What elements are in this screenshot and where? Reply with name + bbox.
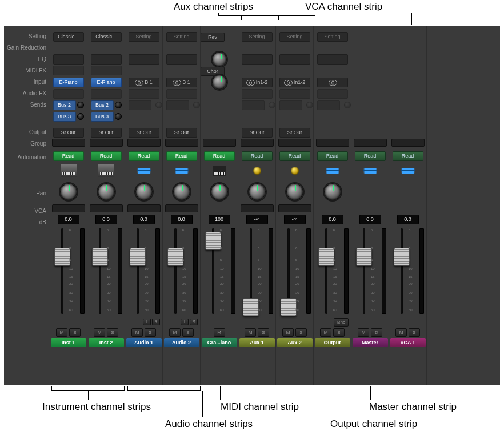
fader-cap[interactable]: [205, 232, 221, 250]
fader-track[interactable]: [401, 228, 403, 314]
track-icon[interactable]: [98, 164, 114, 177]
db-readout[interactable]: 0.0: [322, 215, 343, 224]
vca-slot[interactable]: [127, 204, 161, 212]
group-slot[interactable]: [316, 139, 349, 147]
fader-track[interactable]: [363, 228, 365, 314]
fader-cap[interactable]: [167, 248, 183, 266]
fader-cap[interactable]: [394, 248, 410, 266]
plugin-slot-rev[interactable]: Rev: [201, 33, 225, 42]
solo-button[interactable]: S: [182, 328, 194, 337]
dim-button[interactable]: D: [371, 328, 382, 337]
solo-button[interactable]: S: [333, 328, 345, 337]
db-readout[interactable]: 0.0: [397, 215, 419, 224]
input-monitor-button[interactable]: I: [143, 319, 151, 325]
pan-knob[interactable]: [286, 183, 303, 200]
track-icon[interactable]: [136, 164, 152, 177]
send-slot-empty[interactable]: [279, 100, 302, 110]
eq-thumbnail[interactable]: [53, 54, 84, 65]
fader-cap[interactable]: [318, 248, 334, 266]
send-level-knob[interactable]: [306, 102, 313, 108]
audio-fx-slot[interactable]: [91, 89, 122, 99]
eq-thumbnail[interactable]: [129, 54, 159, 65]
track-icon[interactable]: [287, 164, 303, 177]
input-slot[interactable]: E-Piano: [53, 78, 84, 87]
channel-name[interactable]: Inst 2: [89, 338, 124, 347]
pan-knob[interactable]: [173, 183, 190, 200]
eq-thumbnail[interactable]: [91, 54, 122, 65]
send-slot-empty[interactable]: [129, 100, 151, 110]
send-level-knob[interactable]: [115, 113, 122, 120]
output-slot[interactable]: St Out: [166, 128, 197, 138]
automation-mode[interactable]: Read: [317, 151, 348, 161]
fader-track[interactable]: [137, 228, 139, 314]
output-slot[interactable]: St Out: [129, 128, 159, 138]
send-level-knob[interactable]: [155, 102, 162, 108]
db-readout[interactable]: -∞: [284, 215, 306, 224]
db-readout[interactable]: 0.0: [171, 215, 193, 224]
fader-cap[interactable]: [54, 248, 70, 266]
mute-button[interactable]: M: [131, 328, 143, 337]
solo-button[interactable]: S: [145, 328, 156, 337]
input-slot[interactable]: B 1: [129, 78, 159, 87]
fader-track[interactable]: [174, 228, 177, 314]
group-slot[interactable]: [241, 139, 274, 147]
midi-fx-slot[interactable]: [91, 66, 122, 75]
input-slot[interactable]: E-Piano: [91, 78, 122, 87]
eq-thumbnail[interactable]: [166, 54, 197, 65]
send-level-knob[interactable]: [344, 102, 351, 108]
input-slot[interactable]: B 1: [166, 78, 197, 87]
send-slot-0[interactable]: Bus 2: [91, 100, 114, 110]
fader-track[interactable]: [61, 228, 63, 314]
fader-cap[interactable]: [281, 298, 297, 316]
vca-slot[interactable]: [165, 204, 198, 212]
solo-button[interactable]: S: [69, 328, 81, 337]
automation-mode[interactable]: Read: [129, 151, 159, 161]
send-level-knob[interactable]: [115, 102, 122, 108]
track-icon[interactable]: [249, 164, 265, 177]
send-slot-1[interactable]: Bus 3: [53, 112, 76, 122]
group-slot[interactable]: [127, 139, 161, 147]
fader-cap[interactable]: [130, 248, 146, 266]
track-icon[interactable]: [325, 164, 341, 177]
pan-knob[interactable]: [211, 183, 228, 200]
fader-cap[interactable]: [243, 298, 259, 316]
channel-name[interactable]: Master: [353, 338, 388, 347]
db-readout[interactable]: 0.0: [359, 215, 381, 224]
db-readout[interactable]: 0.0: [95, 215, 117, 224]
send-slot-0[interactable]: Bus 2: [53, 100, 76, 110]
send-level-knob[interactable]: [269, 102, 275, 108]
channel-name[interactable]: Gra...iano: [202, 338, 237, 347]
record-enable-button[interactable]: R: [152, 319, 160, 325]
channel-name[interactable]: Aux 2: [277, 338, 313, 347]
channel-name[interactable]: Audio 2: [164, 338, 199, 347]
pan-knob[interactable]: [98, 183, 115, 200]
output-slot[interactable]: St Out: [91, 128, 122, 138]
audio-fx-slot[interactable]: [53, 89, 84, 99]
db-readout[interactable]: 0.0: [58, 215, 79, 224]
audio-fx-slot[interactable]: [129, 89, 159, 99]
group-slot[interactable]: [165, 139, 198, 147]
input-slot[interactable]: In1-2: [279, 78, 310, 87]
audio-fx-slot[interactable]: [279, 89, 310, 99]
mute-button[interactable]: M: [282, 328, 294, 337]
fader-cap[interactable]: [356, 248, 372, 266]
channel-name[interactable]: Output: [315, 338, 350, 347]
pan-knob[interactable]: [249, 183, 266, 200]
track-icon[interactable]: [174, 164, 190, 177]
output-slot[interactable]: St Out: [279, 128, 310, 138]
pan-knob[interactable]: [324, 183, 341, 200]
automation-mode[interactable]: Read: [204, 151, 235, 161]
send-slot-empty[interactable]: [317, 100, 340, 110]
channel-name[interactable]: Inst 1: [51, 338, 86, 347]
input-slot[interactable]: In1-2: [242, 78, 273, 87]
solo-button[interactable]: S: [258, 328, 269, 337]
record-enable-button[interactable]: R: [190, 319, 198, 325]
eq-thumbnail[interactable]: [242, 54, 273, 65]
db-readout[interactable]: 0.0: [133, 215, 155, 224]
automation-mode[interactable]: Read: [279, 151, 310, 161]
group-slot[interactable]: [391, 139, 425, 147]
track-icon[interactable]: [362, 164, 378, 177]
midi-fx-slot[interactable]: [53, 66, 84, 75]
solo-button[interactable]: S: [295, 328, 307, 337]
mute-button[interactable]: M: [56, 328, 67, 337]
